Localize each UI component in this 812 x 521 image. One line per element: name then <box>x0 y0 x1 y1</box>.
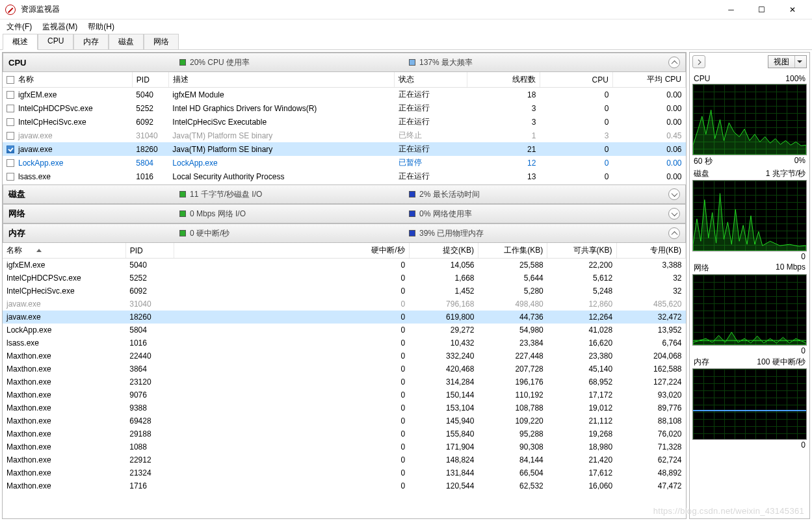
table-row[interactable]: Maxthon.exe38640420,468207,72845,140162,… <box>3 362 686 375</box>
col-pid[interactable]: PID <box>132 72 168 88</box>
menu-file[interactable]: 文件(F) <box>3 20 36 34</box>
maximize-button[interactable]: ☐ <box>747 1 776 19</box>
square-icon <box>409 59 415 66</box>
chart-block: 内存100 硬中断/秒 0 <box>692 356 807 450</box>
table-row[interactable]: IntelCpHDCPSvc.exe5252Intel HD Graphics … <box>3 101 686 115</box>
table-row[interactable]: igfxEM.exe5040014,05625,58822,2003,388 <box>3 259 686 272</box>
checkbox[interactable] <box>7 146 14 153</box>
col-share[interactable]: 可共享(KB) <box>547 243 616 259</box>
square-icon <box>179 59 186 66</box>
table-row[interactable]: javaw.exe18260Java(TM) Platform SE binar… <box>3 142 686 156</box>
chart-max: 10 Mbps <box>776 262 805 273</box>
title-bar: 资源监视器 ─ ☐ ✕ <box>0 0 812 19</box>
col-desc[interactable]: 描述 <box>168 72 394 88</box>
table-row[interactable]: Maxthon.exe93880153,104108,78819,01289,7… <box>3 401 686 414</box>
tab-network[interactable]: 网络 <box>144 34 179 50</box>
chevron-down-icon[interactable] <box>668 188 680 200</box>
table-row[interactable]: lsass.exe1016Local Security Authority Pr… <box>3 170 686 183</box>
col-working[interactable]: 工作集(KB) <box>478 243 547 259</box>
table-row[interactable]: javaw.exe310400796,168498,48012,860485,6… <box>3 298 686 311</box>
table-row[interactable]: Maxthon.exe90760150,144110,19217,17293,0… <box>3 388 686 401</box>
col-threads[interactable]: 线程数 <box>467 72 540 88</box>
tab-disk[interactable]: 磁盘 <box>109 34 144 50</box>
table-row[interactable]: Maxthon.exe291880155,84095,28819,26876,0… <box>3 427 686 440</box>
chart-max: 1 兆字节/秒 <box>766 168 805 179</box>
tab-cpu[interactable]: CPU <box>38 34 73 50</box>
chart-canvas <box>692 84 807 155</box>
metric-label: 11 千字节/秒磁盘 I/O <box>190 189 262 200</box>
col-cpu[interactable]: CPU <box>540 72 612 88</box>
tab-memory[interactable]: 内存 <box>73 34 109 50</box>
chart-canvas <box>692 180 807 251</box>
menu-help[interactable]: 帮助(H) <box>84 20 118 34</box>
section-header-cpu[interactable]: CPU 20% CPU 使用率 137% 最大频率 <box>3 53 686 72</box>
section-title: 内存 <box>8 227 174 239</box>
checkbox[interactable] <box>7 173 14 181</box>
checkbox[interactable] <box>7 132 14 140</box>
section-header-disk[interactable]: 磁盘 11 千字节/秒磁盘 I/O 2% 最长活动时间 <box>3 184 686 204</box>
memory-table[interactable]: 名称 PID 硬中断/秒 提交(KB) 工作集(KB) 可共享(KB) 专用(K… <box>3 243 686 518</box>
section-title: CPU <box>8 58 174 68</box>
chart-block: 磁盘1 兆字节/秒 0 <box>692 168 807 262</box>
menu-monitor[interactable]: 监视器(M) <box>38 20 81 34</box>
table-row[interactable]: Maxthon.exe17160120,54462,53216,06047,47… <box>3 479 686 492</box>
section-memory: 内存 0 硬中断/秒 39% 已用物理内存 名称 PID 硬中断/秒 提交(KB… <box>3 223 686 518</box>
section-header-memory[interactable]: 内存 0 硬中断/秒 39% 已用物理内存 <box>3 223 686 243</box>
checkbox[interactable] <box>7 105 14 112</box>
metric-label: 39% 已用物理内存 <box>419 228 484 239</box>
col-name[interactable]: 名称 <box>3 72 132 88</box>
col-status[interactable]: 状态 <box>395 72 467 88</box>
chart-max: 100% <box>785 74 805 83</box>
left-pane: CPU 20% CPU 使用率 137% 最大频率 名称 PID 描述 状态 线… <box>2 52 687 519</box>
checkbox[interactable] <box>7 91 14 99</box>
chevron-down-icon <box>794 56 804 68</box>
close-button[interactable]: ✕ <box>778 1 807 19</box>
chevron-up-icon[interactable] <box>668 227 680 239</box>
table-row[interactable]: igfxEM.exe5040igfxEM Module正在运行1800.00 <box>3 88 686 102</box>
cpu-table[interactable]: 名称 PID 描述 状态 线程数 CPU 平均 CPU igfxEM.exe50… <box>3 72 686 184</box>
table-row[interactable]: IntelCpHDCPSvc.exe525201,6685,6445,61232 <box>3 272 686 285</box>
chart-foot-right: 0 <box>801 440 805 450</box>
checkbox[interactable] <box>7 76 14 84</box>
view-dropdown[interactable]: 视图 <box>768 55 807 68</box>
table-row[interactable]: javaw.exe182600619,80044,73612,26432,472 <box>3 311 686 324</box>
table-row[interactable]: IntelCpHeciSvc.exe609201,4525,2805,24832 <box>3 285 686 298</box>
tab-bar: 概述 CPU 内存 磁盘 网络 <box>0 34 812 50</box>
minimize-button[interactable]: ─ <box>716 1 746 19</box>
window-title: 资源监视器 <box>21 4 716 15</box>
table-row[interactable]: Maxthon.exe694280145,940109,22021,11288,… <box>3 414 686 427</box>
table-row[interactable]: Maxthon.exe224400332,240227,44823,380204… <box>3 349 686 362</box>
chevron-down-icon[interactable] <box>668 208 680 220</box>
table-row[interactable]: LockApp.exe5804029,27254,98041,02813,952 <box>3 324 686 337</box>
table-row[interactable]: Maxthon.exe213240131,84466,50417,61248,8… <box>3 466 686 479</box>
checkbox[interactable] <box>7 159 14 167</box>
chart-block: CPU100% 60 秒0% <box>692 73 807 168</box>
table-row[interactable]: Maxthon.exe231200314,284196,17668,952127… <box>3 375 686 388</box>
col-private[interactable]: 专用(KB) <box>616 243 685 259</box>
table-row[interactable]: javaw.exe31040Java(TM) Platform SE binar… <box>3 129 686 142</box>
checkbox[interactable] <box>7 118 14 126</box>
menu-bar: 文件(F) 监视器(M) 帮助(H) <box>0 19 812 34</box>
col-name[interactable]: 名称 <box>3 243 125 259</box>
tab-overview[interactable]: 概述 <box>3 34 38 50</box>
table-row[interactable]: Maxthon.exe10880171,90490,30818,98071,32… <box>3 440 686 453</box>
chevron-up-icon[interactable] <box>668 57 680 68</box>
table-row[interactable]: IntelCpHeciSvc.exe6092IntelCpHeciSvc Exe… <box>3 115 686 129</box>
col-avg[interactable]: 平均 CPU <box>612 72 685 88</box>
chart-foot-left: 60 秒 <box>694 156 713 167</box>
chart-foot-right: 0 <box>801 346 805 355</box>
nav-right-button[interactable] <box>692 55 705 68</box>
metric-label: 0 硬中断/秒 <box>190 228 229 239</box>
table-row[interactable]: Maxthon.exe28336Maxthon正在运行2742.86 <box>3 183 686 184</box>
section-title: 网络 <box>8 208 174 220</box>
table-row[interactable]: lsass.exe1016010,43223,38416,6206,764 <box>3 337 686 349</box>
square-icon <box>179 191 186 197</box>
table-row[interactable]: Maxthon.exe229120148,82484,14421,42062,7… <box>3 453 686 466</box>
col-commit[interactable]: 提交(KB) <box>409 243 478 259</box>
chart-block: 网络10 Mbps 0 <box>692 262 807 356</box>
square-icon <box>409 230 415 236</box>
table-row[interactable]: LockApp.exe5804LockApp.exe已暂停1200.00 <box>3 156 686 170</box>
col-pid[interactable]: PID <box>125 243 174 259</box>
section-header-network[interactable]: 网络 0 Mbps 网络 I/O 0% 网络使用率 <box>3 204 686 223</box>
col-hard[interactable]: 硬中断/秒 <box>174 243 410 259</box>
